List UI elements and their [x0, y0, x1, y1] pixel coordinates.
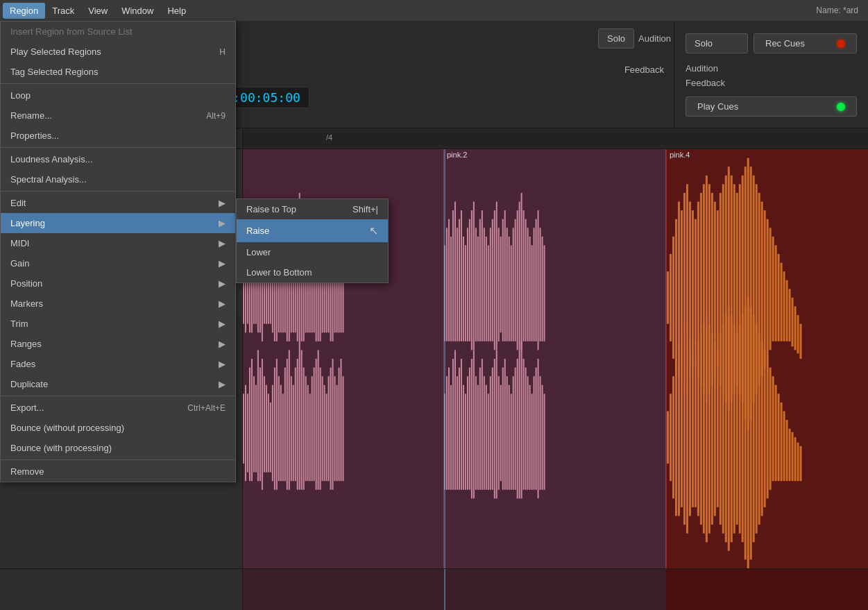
svg-rect-126 — [502, 219, 504, 341]
audition-item[interactable]: Audition — [686, 62, 857, 75]
svg-rect-245 — [667, 412, 669, 464]
svg-rect-145 — [542, 237, 543, 341]
playhead-cursor — [444, 149, 445, 568]
submenu-raise-top[interactable]: Raise to Top Shift+| — [237, 199, 388, 219]
menu-item-edit[interactable]: Edit ▶ — [1, 193, 235, 213]
region-red[interactable]: pink.4 — [666, 149, 868, 568]
svg-rect-149 — [448, 368, 450, 490]
menu-item-layering[interactable]: Layering ▶ — [1, 213, 235, 233]
svg-rect-139 — [529, 237, 531, 341]
menu-item-fades[interactable]: Fades ▶ — [1, 354, 235, 374]
menu-item-bounce-no[interactable]: Bounce (without processing) — [1, 418, 235, 438]
svg-rect-284 — [775, 385, 777, 481]
menu-item-markers[interactable]: Markers ▶ — [1, 294, 235, 314]
menu-item-export[interactable]: Export... Ctrl+Alt+E — [1, 398, 235, 418]
svg-rect-188 — [529, 385, 531, 490]
mini-pink-2 — [444, 569, 666, 611]
svg-rect-148 — [446, 376, 448, 490]
menu-track[interactable]: Track — [45, 3, 81, 19]
svg-rect-267 — [728, 307, 730, 551]
svg-rect-244 — [800, 324, 802, 359]
svg-rect-119 — [488, 245, 489, 341]
menu-item-tag-label: Tag Selected Regions — [10, 67, 98, 77]
menu-item-bounce-with[interactable]: Bounce (with processing) — [1, 438, 235, 458]
menu-item-bounce-no-label: Bounce (without processing) — [10, 423, 124, 433]
svg-rect-258 — [703, 324, 705, 534]
svg-rect-91 — [330, 368, 332, 490]
submenu-lower-label: Lower — [246, 247, 271, 257]
menu-item-gain[interactable]: Gain ▶ — [1, 253, 235, 273]
feedback-item[interactable]: Feedback — [686, 76, 857, 90]
svg-rect-180 — [513, 376, 514, 490]
mini-red — [666, 569, 868, 611]
svg-rect-248 — [675, 359, 677, 516]
menu-region[interactable]: Region — [3, 3, 45, 19]
svg-rect-187 — [527, 376, 529, 490]
svg-rect-287 — [783, 412, 785, 482]
svg-rect-196 — [667, 271, 669, 324]
svg-rect-168 — [488, 393, 489, 489]
svg-rect-282 — [769, 368, 772, 490]
menu-item-remove-label: Remove — [10, 466, 44, 477]
play-cues-label: Play Cues — [697, 101, 738, 112]
rec-cues-button[interactable]: Rec Cues — [754, 33, 857, 53]
svg-rect-195 — [544, 393, 545, 489]
menu-item-duplicate[interactable]: Duplicate ▶ — [1, 374, 235, 394]
submenu-raise[interactable]: Raise ↖ — [237, 219, 388, 242]
svg-rect-157 — [465, 393, 466, 489]
layering-arrow-icon: ▶ — [219, 218, 225, 228]
menu-item-position[interactable]: Position ▶ — [1, 273, 235, 294]
solo-btn-2[interactable]: Solo — [686, 33, 748, 53]
menu-item-loudness[interactable]: Loudness Analysis... — [1, 149, 235, 169]
menu-item-rename[interactable]: Rename... Alt+9 — [1, 105, 235, 126]
svg-rect-171 — [494, 359, 495, 498]
svg-rect-84 — [316, 359, 317, 490]
svg-rect-151 — [452, 359, 454, 490]
svg-rect-130 — [511, 245, 512, 341]
menu-window[interactable]: Window — [114, 3, 160, 19]
menu-item-ranges[interactable]: Ranges ▶ — [1, 334, 235, 354]
menu-view[interactable]: View — [81, 3, 114, 19]
timeline-bar: /4 — [243, 132, 868, 146]
svg-rect-51 — [247, 393, 248, 472]
menu-item-properties[interactable]: Properties... — [1, 126, 235, 146]
region-pink-2[interactable]: pink.2 — [444, 149, 666, 568]
svg-rect-238 — [783, 271, 785, 341]
solo-button[interactable]: Solo — [598, 28, 634, 49]
svg-rect-61 — [268, 393, 269, 472]
menu-item-remove[interactable]: Remove — [1, 461, 235, 482]
feedback-text: Feedback — [686, 78, 725, 88]
play-cues-button[interactable]: Play Cues — [686, 96, 857, 117]
svg-rect-205 — [692, 210, 694, 368]
svg-rect-96 — [341, 359, 342, 481]
svg-rect-100 — [448, 219, 450, 341]
menu-item-play[interactable]: Play Selected Regions H — [1, 42, 235, 62]
svg-rect-160 — [471, 359, 473, 498]
svg-rect-123 — [496, 202, 497, 350]
menu-item-tag[interactable]: Tag Selected Regions — [1, 62, 235, 82]
submenu-lower-bottom-label: Lower to Bottom — [246, 267, 312, 278]
menu-help[interactable]: Help — [160, 3, 193, 19]
region-pink-2-label: pink.2 — [447, 151, 467, 159]
menu-item-spectral-label: Spectral Analysis... — [10, 174, 87, 185]
svg-rect-233 — [769, 228, 772, 350]
menu-item-trim[interactable]: Trim ▶ — [1, 314, 235, 334]
svg-rect-52 — [249, 368, 250, 482]
menu-item-spectral[interactable]: Spectral Analysis... — [1, 169, 235, 189]
svg-rect-113 — [475, 228, 477, 341]
menu-item-insert[interactable]: Insert Region from Source List — [1, 22, 235, 42]
menu-item-insert-label: Insert Region from Source List — [10, 26, 133, 37]
solo-cue-row: Solo Rec Cues — [680, 26, 862, 60]
svg-rect-125 — [500, 237, 502, 332]
svg-rect-197 — [670, 254, 672, 341]
svg-rect-110 — [469, 219, 470, 341]
svg-rect-198 — [672, 237, 674, 359]
svg-rect-102 — [452, 210, 454, 341]
audition-text: Audition — [686, 63, 718, 74]
svg-rect-173 — [498, 376, 500, 490]
svg-rect-111 — [471, 210, 473, 350]
menu-item-midi[interactable]: MIDI ▶ — [1, 233, 235, 253]
menu-item-loop[interactable]: Loop — [1, 85, 235, 105]
submenu-lower-bottom[interactable]: Lower to Bottom — [237, 262, 388, 282]
submenu-lower[interactable]: Lower — [237, 242, 388, 262]
